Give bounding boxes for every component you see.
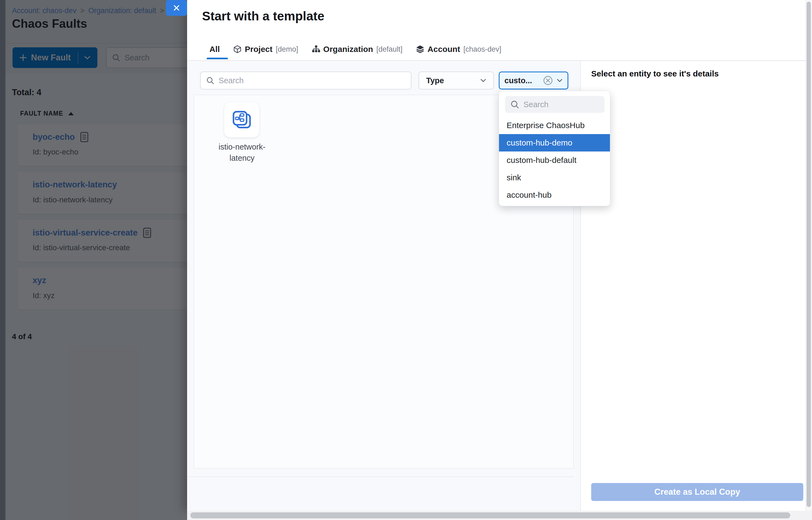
type-filter-select[interactable]: Type bbox=[419, 72, 494, 89]
vertical-scrollbar[interactable] bbox=[806, 0, 812, 511]
hub-filter-select[interactable]: custo... bbox=[499, 72, 568, 89]
sitemap-icon bbox=[312, 45, 320, 53]
hub-option-custom-hub-default[interactable]: custom-hub-default bbox=[499, 152, 610, 169]
details-placeholder-text: Select an entity to see it's details bbox=[591, 69, 719, 78]
tab-badge: [default] bbox=[376, 45, 402, 54]
close-button[interactable] bbox=[166, 0, 187, 16]
create-as-local-copy-button[interactable]: Create as Local Copy bbox=[591, 483, 803, 501]
hub-option-sink[interactable]: sink bbox=[499, 169, 610, 186]
template-search-input[interactable] bbox=[219, 76, 405, 85]
tab-all[interactable]: All bbox=[209, 41, 220, 58]
chevron-down-icon[interactable] bbox=[557, 79, 562, 82]
template-card-istio-network-latency[interactable] bbox=[224, 103, 259, 137]
vertical-scrollbar-thumb[interactable] bbox=[807, 2, 811, 507]
template-card-label[interactable]: istio-network-latency bbox=[208, 141, 276, 164]
cube-icon bbox=[233, 45, 241, 53]
search-icon bbox=[206, 76, 214, 84]
tab-label: All bbox=[209, 45, 220, 54]
template-search-box bbox=[200, 72, 412, 89]
hub-filter-value: custo... bbox=[504, 76, 532, 85]
hub-option-custom-hub-demo[interactable]: custom-hub-demo bbox=[499, 134, 610, 152]
search-icon bbox=[510, 100, 519, 109]
scope-tabs: All Project [demo] Organization [default… bbox=[209, 41, 501, 58]
hub-options-list: Enterprise ChaosHub custom-hub-demo cust… bbox=[499, 117, 610, 204]
tab-label: Organization bbox=[323, 45, 373, 54]
hub-dropdown-menu: Enterprise ChaosHub custom-hub-demo cust… bbox=[499, 91, 610, 206]
modal-title: Start with a template bbox=[202, 9, 324, 23]
tab-badge: [chaos-dev] bbox=[463, 45, 501, 54]
tab-label: Account bbox=[427, 45, 460, 54]
clear-filter-icon[interactable] bbox=[543, 75, 553, 86]
hub-option-enterprise-chaoshub[interactable]: Enterprise ChaosHub bbox=[499, 117, 610, 134]
template-icon bbox=[231, 110, 252, 130]
hub-dropdown-search-box bbox=[505, 96, 604, 113]
tab-account[interactable]: Account [chaos-dev] bbox=[416, 41, 501, 58]
template-grid-footer-line bbox=[187, 476, 574, 477]
close-icon bbox=[173, 4, 180, 12]
hub-dropdown-search-input[interactable] bbox=[523, 100, 610, 109]
tab-project[interactable]: Project [demo] bbox=[233, 41, 298, 58]
type-filter-label: Type bbox=[426, 76, 444, 85]
tab-organization[interactable]: Organization [default] bbox=[312, 41, 402, 58]
horizontal-scrollbar[interactable] bbox=[187, 511, 812, 520]
layers-icon bbox=[416, 45, 424, 53]
tab-label: Project bbox=[245, 45, 272, 54]
hub-option-account-hub[interactable]: account-hub bbox=[499, 186, 610, 204]
start-with-template-modal: Start with a template All Project [demo]… bbox=[187, 0, 806, 511]
chevron-down-icon bbox=[480, 79, 486, 82]
horizontal-scrollbar-thumb[interactable] bbox=[190, 512, 790, 518]
details-panel: Select an entity to see it's details Cre… bbox=[581, 61, 806, 511]
tab-badge: [demo] bbox=[276, 45, 298, 54]
